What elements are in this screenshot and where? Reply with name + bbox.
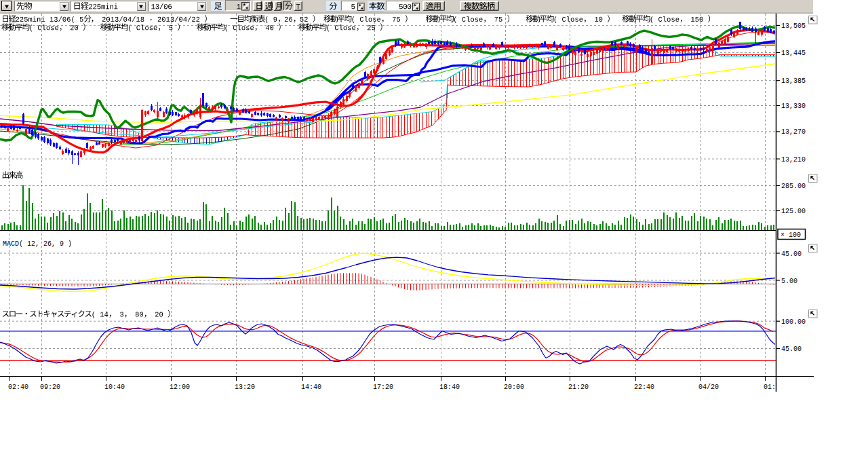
- svg-text:13,330: 13,330: [781, 102, 806, 110]
- svg-text:13,385: 13,385: [781, 77, 806, 85]
- svg-text:10:40: 10:40: [104, 384, 125, 391]
- svg-text:14:40: 14:40: [301, 384, 321, 391]
- svg-text:5.00: 5.00: [781, 278, 797, 285]
- svg-text:13,270: 13,270: [781, 128, 806, 136]
- svg-text:18:40: 18:40: [439, 384, 460, 391]
- svg-text:12:00: 12:00: [170, 384, 190, 391]
- svg-text:13,505: 13,505: [781, 22, 806, 30]
- svg-text:45.00: 45.00: [781, 250, 802, 258]
- svg-text:01:00: 01:00: [764, 384, 784, 391]
- svg-text:45.00: 45.00: [781, 345, 802, 353]
- svg-text:04/20: 04/20: [698, 384, 719, 391]
- svg-text:13,445: 13,445: [781, 50, 806, 57]
- svg-text:22:40: 22:40: [634, 384, 654, 391]
- svg-text:13:20: 13:20: [235, 384, 255, 391]
- svg-text:17:20: 17:20: [373, 384, 393, 391]
- svg-text:21:20: 21:20: [568, 384, 589, 391]
- svg-text:MACD( 12, 26, 9 ): MACD( 12, 26, 9 ): [3, 240, 72, 248]
- svg-text:285.00: 285.00: [781, 183, 806, 190]
- svg-text:02:40: 02:40: [8, 384, 28, 391]
- svg-text:09:20: 09:20: [40, 384, 60, 391]
- svg-text:13,210: 13,210: [781, 156, 806, 164]
- svg-text:× 100: × 100: [781, 231, 801, 239]
- svg-text:20:00: 20:00: [504, 384, 524, 391]
- svg-text:100.00: 100.00: [781, 318, 806, 326]
- svg-text:125.00: 125.00: [781, 208, 806, 215]
